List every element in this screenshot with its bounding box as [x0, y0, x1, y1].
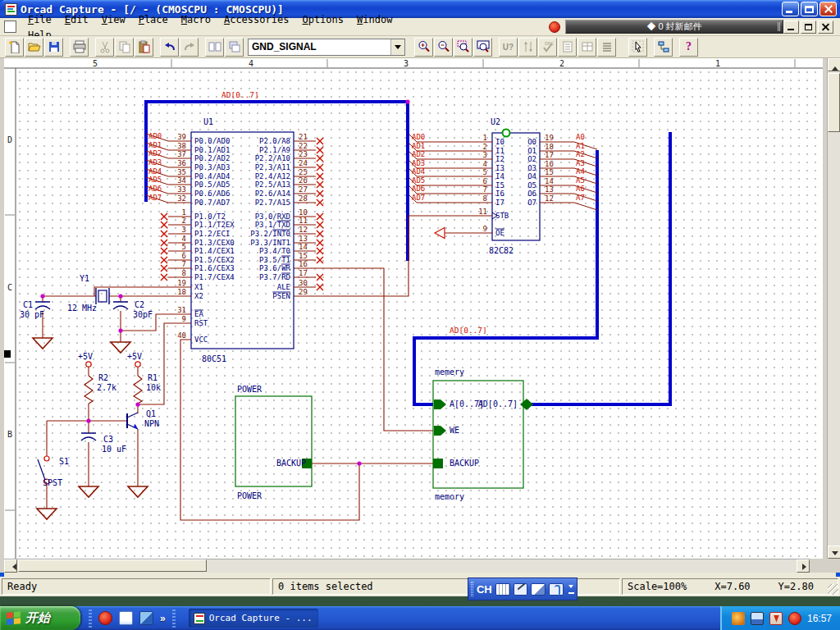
svg-text:C: C: [7, 283, 12, 292]
svg-text:AD0: AD0: [412, 133, 425, 141]
menu-file[interactable]: File: [21, 12, 58, 27]
svg-text:AD[0..7]: AD[0..7]: [450, 326, 487, 335]
vertical-scrollbar[interactable]: [827, 58, 840, 559]
close-button[interactable]: [819, 2, 837, 16]
mail-ticker[interactable]: ◆ 0 封新邮件: [565, 20, 783, 34]
selection-pointer-button[interactable]: [628, 38, 647, 57]
cut-button[interactable]: [95, 38, 114, 57]
split-window-button[interactable]: [205, 38, 224, 57]
menu-macro[interactable]: Macro: [175, 12, 217, 27]
svg-text:15: 15: [545, 168, 554, 176]
svg-text:B: B: [7, 430, 12, 439]
help-button[interactable]: ?: [679, 38, 698, 57]
mail-notifier[interactable]: ◆ 0 封新邮件: [549, 20, 783, 34]
svg-text:S1: S1: [59, 457, 69, 466]
cascade-window-button[interactable]: [225, 38, 244, 57]
status-x: X=7.60: [714, 581, 750, 592]
cross-reference-button[interactable]: [578, 38, 596, 57]
svg-text:80C51: 80C51: [202, 354, 226, 363]
schematic-canvas[interactable]: 54321DCBAD[0..7]AD[0..7]U180C51P0.0/AD03…: [4, 58, 823, 559]
schematic-page[interactable]: 54321DCBAD[0..7]AD[0..7]U180C51P0.0/AD03…: [4, 58, 823, 559]
new-document-button[interactable]: [5, 38, 24, 57]
zoom-out-button[interactable]: [434, 38, 453, 57]
zoom-area-button[interactable]: [454, 38, 472, 57]
svg-text:13: 13: [545, 185, 554, 194]
tray-network-icon[interactable]: [751, 612, 764, 625]
maximize-button[interactable]: [801, 2, 818, 16]
menu-view[interactable]: View: [95, 12, 132, 27]
keyboard-icon[interactable]: [495, 583, 510, 596]
menu-accessories[interactable]: Accessories: [217, 12, 295, 27]
open-button[interactable]: [25, 38, 43, 57]
handwriting-icon[interactable]: [531, 583, 546, 596]
clock[interactable]: 16:57: [807, 613, 832, 624]
child-close-button[interactable]: [818, 21, 833, 34]
svg-text:U1: U1: [203, 117, 213, 126]
net-combo[interactable]: GND_SIGNAL: [248, 39, 405, 56]
child-minimize-button[interactable]: [783, 21, 799, 34]
langbar-options-icon[interactable]: [568, 585, 574, 594]
quicklaunch-chevron[interactable]: »: [160, 613, 166, 624]
language-bar[interactable]: CH: [468, 578, 578, 600]
quick-launch: »: [80, 609, 184, 628]
redo-button[interactable]: [180, 38, 199, 57]
language-indicator[interactable]: CH: [477, 583, 492, 596]
svg-text:37: 37: [177, 150, 186, 158]
resize-grip[interactable]: [828, 584, 838, 595]
menu-options[interactable]: Options: [295, 12, 350, 27]
svg-text:A7: A7: [576, 194, 585, 202]
combo-dropdown-icon[interactable]: [390, 39, 404, 55]
quicklaunch-notepad-icon[interactable]: [119, 611, 133, 625]
pen-icon[interactable]: [514, 583, 528, 596]
copy-button[interactable]: [115, 38, 134, 57]
svg-text:P0.1/AD1: P0.1/AD1: [194, 146, 230, 154]
paste-button[interactable]: [135, 38, 153, 57]
quicklaunch-foxmail-icon[interactable]: [98, 611, 112, 625]
menu-place[interactable]: Place: [132, 12, 175, 27]
svg-text:BACKUP: BACKUP: [276, 459, 306, 468]
menu-window[interactable]: Window: [350, 12, 399, 27]
undo-button[interactable]: [160, 38, 179, 57]
svg-text:31: 31: [177, 306, 186, 314]
foxmail-icon[interactable]: [549, 21, 560, 33]
svg-text:AD[0..7]: AD[0..7]: [478, 399, 518, 409]
svg-text:21: 21: [299, 133, 308, 141]
svg-text:10k: 10k: [146, 383, 161, 392]
horizontal-scrollbar[interactable]: [4, 559, 810, 573]
svg-text:P3.5/T1: P3.5/T1: [259, 256, 290, 264]
netlist-button[interactable]: [558, 38, 577, 57]
svg-text:O1: O1: [527, 147, 536, 155]
zoom-all-button[interactable]: [473, 38, 492, 57]
minimize-button[interactable]: [782, 2, 799, 16]
langbar-grip[interactable]: [471, 582, 473, 596]
orcad-app-icon: [5, 3, 17, 16]
svg-text:A1: A1: [576, 142, 585, 150]
svg-text:19: 19: [177, 279, 186, 287]
print-button[interactable]: [70, 38, 89, 57]
taskbar-orcad-button[interactable]: Orcad Capture - ...: [189, 609, 318, 628]
orcad-window: Orcad Capture - [/ - (CMOSCPU : CMOSCPU)…: [0, 0, 840, 596]
svg-text:POWER: POWER: [237, 491, 262, 500]
child-restore-button[interactable]: [801, 21, 816, 34]
hierarchy-button[interactable]: [654, 38, 673, 57]
net-combo-value: GND_SIGNAL: [249, 41, 390, 52]
annotate-button[interactable]: U?: [499, 38, 518, 57]
zoom-in-button[interactable]: [414, 38, 433, 57]
svg-text:O3: O3: [527, 164, 536, 172]
drc-check-button[interactable]: DRC: [538, 38, 557, 57]
svg-text:34: 34: [177, 176, 186, 185]
tray-foxmail-icon[interactable]: [788, 612, 801, 625]
save-button[interactable]: [44, 38, 63, 57]
svg-text:AD0: AD0: [148, 132, 162, 140]
back-annotate-button[interactable]: [518, 38, 537, 57]
svg-text:C3: C3: [103, 435, 113, 444]
svg-text:5: 5: [182, 243, 186, 251]
tray-icon-1[interactable]: [732, 612, 745, 625]
tray-antivirus-icon[interactable]: [769, 612, 783, 625]
bom-button[interactable]: [597, 38, 616, 57]
quicklaunch-ie-icon[interactable]: [139, 611, 153, 625]
start-button[interactable]: 开始: [0, 606, 80, 630]
langbar-help-icon[interactable]: [549, 583, 564, 596]
svg-text:A5: A5: [576, 176, 585, 185]
menu-edit[interactable]: Edit: [58, 12, 95, 27]
